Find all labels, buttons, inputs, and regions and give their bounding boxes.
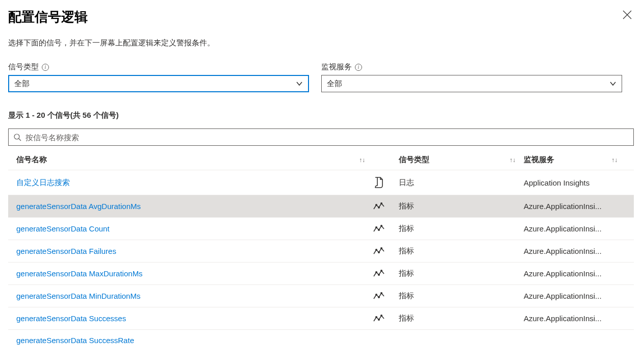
sort-icon: ↑↓	[359, 157, 365, 164]
column-header-name[interactable]: 信号名称 ↑↓	[16, 155, 373, 165]
svg-point-18	[378, 319, 380, 321]
signal-name[interactable]: 自定义日志搜索	[16, 178, 70, 187]
info-icon[interactable]: i	[42, 64, 49, 71]
monitor-service: Azure.ApplicationInsi...	[524, 224, 626, 233]
table-row[interactable]: generateSensorData MaxDurationMs指标Azure.…	[8, 263, 634, 285]
signal-type: 指标	[399, 224, 524, 233]
monitor-service-label: 监视服务	[321, 62, 352, 72]
svg-point-16	[380, 292, 382, 294]
chevron-down-icon	[609, 80, 617, 87]
svg-point-10	[380, 247, 382, 249]
sort-icon: ↑↓	[611, 157, 618, 164]
svg-point-13	[380, 270, 382, 272]
monitor-service: Azure.ApplicationInsi...	[524, 247, 626, 255]
panel-subtitle: 选择下面的信号，并在下一屏幕上配置逻辑来定义警报条件。	[8, 38, 634, 48]
svg-point-14	[375, 294, 377, 296]
monitor-service: Azure.ApplicationInsi...	[524, 314, 626, 323]
table-row[interactable]: generateSensorData Count指标Azure.Applicat…	[8, 218, 634, 240]
signals-table: 信号名称 ↑↓ 信号类型 ↑↓ 监视服务 ↑↓ 自定义日志搜索日志Applica…	[8, 150, 634, 345]
metric-icon	[373, 247, 399, 255]
signal-name[interactable]: generateSensorData MinDurationMs	[16, 292, 140, 300]
svg-point-17	[375, 316, 377, 318]
search-icon	[14, 134, 21, 141]
table-row-partial[interactable]: generateSensorData SuccessRate	[8, 330, 634, 345]
svg-point-4	[380, 202, 382, 204]
signal-name[interactable]: generateSensorData Successes	[16, 314, 126, 323]
column-header-icon	[373, 155, 399, 165]
signal-type: 指标	[399, 246, 524, 256]
signal-type-select[interactable]: 全部	[8, 75, 309, 92]
table-row[interactable]: 自定义日志搜索日志Application Insights	[8, 170, 634, 195]
panel-title: 配置信号逻辑	[8, 8, 88, 26]
table-row[interactable]: generateSensorData MinDurationMs指标Azure.…	[8, 285, 634, 307]
signal-type: 指标	[399, 314, 524, 323]
monitor-service-select[interactable]: 全部	[321, 75, 622, 92]
search-box[interactable]	[8, 128, 634, 146]
svg-point-8	[375, 249, 377, 251]
svg-point-6	[378, 229, 380, 231]
table-row[interactable]: generateSensorData Successes指标Azure.Appl…	[8, 307, 634, 330]
chevron-down-icon	[296, 80, 303, 87]
svg-point-3	[378, 206, 380, 209]
sort-icon: ↑↓	[509, 157, 516, 164]
svg-point-5	[375, 226, 377, 228]
result-count: 显示 1 - 20 个信号(共 56 个信号)	[8, 111, 634, 120]
svg-point-19	[380, 315, 382, 317]
svg-point-0	[14, 134, 19, 139]
metric-icon	[373, 225, 399, 233]
metric-icon	[373, 270, 399, 278]
monitor-service: Azure.ApplicationInsi...	[524, 269, 626, 278]
svg-point-15	[378, 296, 380, 298]
column-header-type[interactable]: 信号类型 ↑↓	[399, 155, 524, 165]
signal-type-value: 全部	[14, 79, 30, 89]
svg-point-9	[378, 251, 380, 253]
close-icon[interactable]	[621, 8, 634, 23]
table-row[interactable]: generateSensorData AvgDurationMs指标Azure.…	[8, 195, 634, 218]
signal-type: 指标	[399, 269, 524, 278]
svg-point-12	[378, 274, 380, 276]
monitor-service-value: 全部	[327, 79, 342, 89]
signal-type-label: 信号类型	[8, 62, 39, 72]
signal-name[interactable]: generateSensorData AvgDurationMs	[16, 202, 141, 211]
signal-name[interactable]: generateSensorData Failures	[16, 247, 116, 255]
column-header-name-label: 信号名称	[16, 155, 47, 165]
monitor-service: Application Insights	[524, 178, 626, 187]
column-header-service[interactable]: 监视服务 ↑↓	[524, 155, 626, 165]
metric-icon	[373, 315, 399, 323]
svg-point-11	[375, 271, 377, 273]
metric-icon	[373, 292, 399, 300]
signal-type: 日志	[399, 178, 524, 188]
monitor-service: Azure.ApplicationInsi...	[524, 292, 626, 300]
table-row[interactable]: generateSensorData Failures指标Azure.Appli…	[8, 240, 634, 263]
column-header-service-label: 监视服务	[524, 155, 554, 165]
column-header-type-label: 信号类型	[399, 155, 429, 165]
signal-name[interactable]: generateSensorData Count	[16, 224, 110, 233]
info-icon[interactable]: i	[355, 64, 362, 71]
signal-name[interactable]: generateSensorData MaxDurationMs	[16, 269, 143, 278]
signal-type: 指标	[399, 201, 524, 211]
svg-point-7	[380, 225, 382, 227]
search-input[interactable]	[25, 133, 628, 142]
monitor-service: Azure.ApplicationInsi...	[524, 202, 626, 211]
signal-type: 指标	[399, 291, 524, 301]
svg-point-2	[375, 204, 377, 206]
metric-icon	[373, 202, 399, 211]
log-icon	[373, 176, 399, 189]
svg-line-1	[19, 139, 21, 141]
